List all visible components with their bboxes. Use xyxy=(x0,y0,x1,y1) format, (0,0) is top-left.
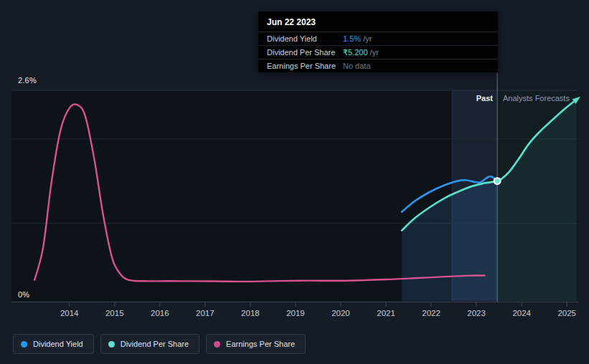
x-tick-label: 2022 xyxy=(422,309,440,317)
tooltip-value: No data xyxy=(343,62,371,70)
x-tick-label: 2014 xyxy=(60,309,79,317)
dividend-per-share-color-dot xyxy=(108,341,115,348)
x-tick-label: 2015 xyxy=(105,309,124,317)
dividend-yield-color-dot xyxy=(21,341,27,348)
forecasts-region-label: Analysts Forecasts xyxy=(503,94,570,102)
x-tick-label: 2025 xyxy=(557,309,576,317)
tooltip-unit: /yr xyxy=(361,34,372,43)
x-tick-label: 2021 xyxy=(377,309,395,317)
tooltip-row-dividend-yield: Dividend Yield 1.5% /yr xyxy=(258,32,498,45)
legend-label: Dividend Per Share xyxy=(121,340,189,348)
tooltip-label: Dividend Per Share xyxy=(267,48,343,57)
x-tick-label: 2020 xyxy=(331,309,350,317)
legend-item-dividend-per-share[interactable]: Dividend Per Share xyxy=(100,334,199,354)
chart-tooltip: Jun 22 2023 Dividend Yield 1.5% /yr Divi… xyxy=(258,11,498,72)
dividend-history-chart-panel: 2014201520162017201820192020202120222023… xyxy=(0,0,589,364)
x-tick-label: 2016 xyxy=(151,309,169,317)
chart-legend: Dividend Yield Dividend Per Share Earnin… xyxy=(13,334,306,354)
y-axis-label-zero: 0% xyxy=(18,290,29,299)
tooltip-value: 1.5% xyxy=(343,34,361,43)
tooltip-unit: /yr xyxy=(368,48,379,57)
legend-item-dividend-yield[interactable]: Dividend Yield xyxy=(13,334,94,354)
x-tick-label: 2024 xyxy=(512,309,531,317)
tooltip-row-dividend-per-share: Dividend Per Share ₹5.200 /yr xyxy=(258,45,498,59)
tooltip-row-earnings-per-share: Earnings Per Share No data xyxy=(258,59,498,72)
earnings-per-share-color-dot xyxy=(214,341,220,348)
tooltip-value: ₹5.200 xyxy=(343,48,368,57)
past-region-label: Past xyxy=(476,94,493,102)
x-tick-label: 2018 xyxy=(241,309,260,317)
selected-point-marker xyxy=(494,178,501,184)
x-tick-label: 2023 xyxy=(467,309,486,317)
x-tick-label: 2019 xyxy=(286,309,305,317)
x-tick-label: 2017 xyxy=(196,309,215,317)
legend-item-earnings-per-share[interactable]: Earnings Per Share xyxy=(206,334,306,354)
tooltip-label: Earnings Per Share xyxy=(267,62,343,70)
tooltip-label: Dividend Yield xyxy=(267,34,343,43)
legend-label: Earnings Per Share xyxy=(226,340,295,348)
legend-label: Dividend Yield xyxy=(33,340,83,348)
tooltip-date: Jun 22 2023 xyxy=(258,11,498,32)
y-axis-label-max: 2.6% xyxy=(18,76,37,85)
